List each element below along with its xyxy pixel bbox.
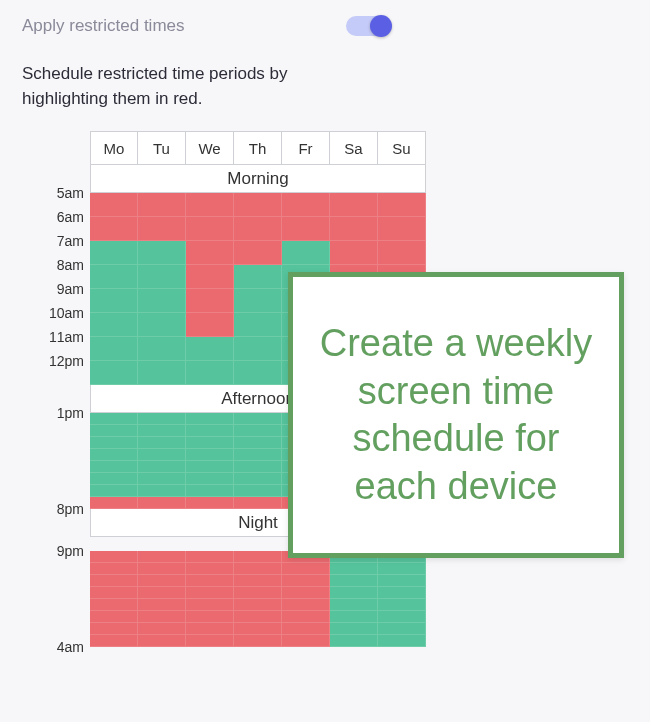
schedule-cell[interactable] <box>234 337 282 361</box>
schedule-cell[interactable] <box>234 611 282 623</box>
schedule-cell[interactable] <box>90 337 138 361</box>
schedule-cell[interactable] <box>186 575 234 587</box>
schedule-cell[interactable] <box>138 265 186 289</box>
schedule-cell[interactable] <box>186 461 234 473</box>
schedule-cell[interactable] <box>138 337 186 361</box>
schedule-cell[interactable] <box>90 193 138 217</box>
schedule-cell[interactable] <box>282 599 330 611</box>
schedule-cell[interactable] <box>234 361 282 385</box>
schedule-cell[interactable] <box>186 449 234 461</box>
schedule-cell[interactable] <box>186 425 234 437</box>
schedule-cell[interactable] <box>90 635 138 647</box>
schedule-cell[interactable] <box>234 599 282 611</box>
schedule-cell[interactable] <box>138 497 186 509</box>
schedule-cell[interactable] <box>90 485 138 497</box>
schedule-cell[interactable] <box>234 473 282 485</box>
schedule-cell[interactable] <box>378 635 426 647</box>
schedule-cell[interactable] <box>330 635 378 647</box>
schedule-cell[interactable] <box>90 217 138 241</box>
schedule-cell[interactable] <box>90 611 138 623</box>
schedule-cell[interactable] <box>330 575 378 587</box>
schedule-cell[interactable] <box>282 623 330 635</box>
schedule-cell[interactable] <box>138 587 186 599</box>
schedule-cell[interactable] <box>186 551 234 563</box>
schedule-cell[interactable] <box>186 623 234 635</box>
schedule-cell[interactable] <box>330 563 378 575</box>
schedule-cell[interactable] <box>186 563 234 575</box>
schedule-cell[interactable] <box>138 473 186 485</box>
schedule-cell[interactable] <box>234 563 282 575</box>
schedule-cell[interactable] <box>186 289 234 313</box>
schedule-cell[interactable] <box>234 193 282 217</box>
schedule-cell[interactable] <box>234 241 282 265</box>
schedule-cell[interactable] <box>138 217 186 241</box>
schedule-cell[interactable] <box>234 413 282 425</box>
schedule-cell[interactable] <box>378 587 426 599</box>
schedule-cell[interactable] <box>330 193 378 217</box>
schedule-cell[interactable] <box>90 461 138 473</box>
schedule-cell[interactable] <box>90 563 138 575</box>
schedule-cell[interactable] <box>378 611 426 623</box>
schedule-cell[interactable] <box>234 449 282 461</box>
schedule-cell[interactable] <box>378 241 426 265</box>
schedule-cell[interactable] <box>138 437 186 449</box>
schedule-cell[interactable] <box>234 289 282 313</box>
schedule-cell[interactable] <box>186 587 234 599</box>
schedule-cell[interactable] <box>282 587 330 599</box>
schedule-cell[interactable] <box>282 635 330 647</box>
schedule-cell[interactable] <box>186 611 234 623</box>
schedule-cell[interactable] <box>90 313 138 337</box>
schedule-cell[interactable] <box>138 425 186 437</box>
schedule-cell[interactable] <box>138 611 186 623</box>
schedule-cell[interactable] <box>234 575 282 587</box>
schedule-cell[interactable] <box>90 587 138 599</box>
schedule-cell[interactable] <box>186 265 234 289</box>
schedule-cell[interactable] <box>234 217 282 241</box>
schedule-cell[interactable] <box>90 425 138 437</box>
schedule-cell[interactable] <box>282 217 330 241</box>
schedule-cell[interactable] <box>90 361 138 385</box>
schedule-cell[interactable] <box>378 623 426 635</box>
schedule-cell[interactable] <box>186 361 234 385</box>
schedule-cell[interactable] <box>138 635 186 647</box>
schedule-cell[interactable] <box>138 623 186 635</box>
schedule-cell[interactable] <box>90 289 138 313</box>
schedule-cell[interactable] <box>378 193 426 217</box>
schedule-cell[interactable] <box>138 241 186 265</box>
schedule-cell[interactable] <box>378 563 426 575</box>
schedule-cell[interactable] <box>186 437 234 449</box>
schedule-cell[interactable] <box>186 413 234 425</box>
schedule-cell[interactable] <box>330 241 378 265</box>
schedule-cell[interactable] <box>186 241 234 265</box>
schedule-cell[interactable] <box>186 635 234 647</box>
schedule-cell[interactable] <box>186 473 234 485</box>
schedule-cell[interactable] <box>186 313 234 337</box>
schedule-cell[interactable] <box>234 635 282 647</box>
schedule-cell[interactable] <box>90 265 138 289</box>
schedule-cell[interactable] <box>234 461 282 473</box>
schedule-cell[interactable] <box>378 599 426 611</box>
schedule-cell[interactable] <box>138 461 186 473</box>
schedule-cell[interactable] <box>138 289 186 313</box>
schedule-cell[interactable] <box>282 193 330 217</box>
schedule-cell[interactable] <box>330 611 378 623</box>
schedule-cell[interactable] <box>90 599 138 611</box>
schedule-cell[interactable] <box>186 497 234 509</box>
schedule-cell[interactable] <box>234 313 282 337</box>
schedule-cell[interactable] <box>234 623 282 635</box>
schedule-cell[interactable] <box>90 551 138 563</box>
schedule-cell[interactable] <box>90 473 138 485</box>
schedule-cell[interactable] <box>138 599 186 611</box>
schedule-cell[interactable] <box>90 437 138 449</box>
schedule-cell[interactable] <box>186 193 234 217</box>
schedule-cell[interactable] <box>138 551 186 563</box>
schedule-cell[interactable] <box>90 575 138 587</box>
schedule-cell[interactable] <box>90 413 138 425</box>
schedule-cell[interactable] <box>138 575 186 587</box>
schedule-cell[interactable] <box>138 485 186 497</box>
schedule-cell[interactable] <box>90 449 138 461</box>
schedule-cell[interactable] <box>234 551 282 563</box>
schedule-cell[interactable] <box>90 241 138 265</box>
schedule-cell[interactable] <box>234 497 282 509</box>
schedule-cell[interactable] <box>282 563 330 575</box>
